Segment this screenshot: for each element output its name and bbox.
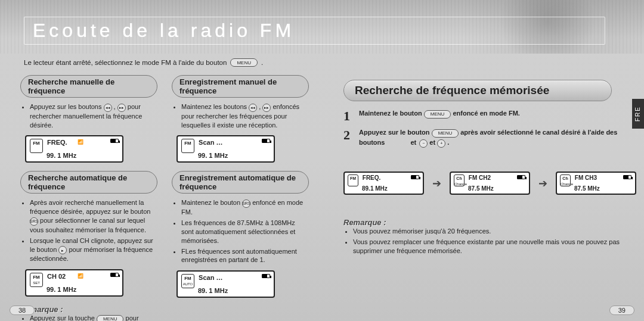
lcd-arrow-row: FM FREQ. 89.1 MHz ➔ ChChange FM CH2 87.5…	[343, 172, 636, 195]
lcd-scan-auto-display: FMAUTO Scan … 89. 1 MHz	[177, 270, 275, 298]
fm-chip: FM	[181, 139, 194, 153]
heading-recherche-manuelle: Recherche manuelle de fréquence	[20, 75, 157, 98]
arrow-right-icon: ➔	[538, 177, 547, 190]
menu-button-icon: MENU	[424, 110, 451, 119]
text: Appuyez sur les boutons	[30, 103, 101, 110]
battery-icon	[262, 274, 270, 278]
lcd-line1: CH 02	[47, 273, 66, 280]
next-icon: ▸▸	[117, 104, 126, 112]
bullet: Les fréquences de 87.5MHz à 108MHz sont …	[181, 219, 309, 245]
lcd-line2: 99. 1 MHz	[47, 286, 117, 293]
lcd-mem-3: ChChange FM CH3 87.5 MHz	[556, 172, 636, 195]
intro-text-after: .	[261, 59, 263, 66]
text: et	[410, 138, 416, 148]
fm-chip: ChChange	[560, 174, 571, 186]
lcd-mem-1: FM FREQ. 89.1 MHz	[343, 172, 424, 195]
antenna-icon: 📶	[78, 139, 83, 145]
srs-icon: SRS	[242, 200, 250, 208]
battery-icon	[110, 139, 119, 143]
bullet: Après avoir recherché manuellement la fr…	[30, 198, 157, 234]
lcd-line2: 99. 1 MHz	[198, 152, 269, 159]
step-number: 1	[343, 108, 354, 124]
text: ,	[114, 103, 116, 110]
text: ,	[259, 103, 261, 110]
text: Maintenez le bouton	[181, 199, 240, 206]
language-side-tab: FRE	[632, 99, 644, 129]
lcd-mem-2: ChChange FM CH2 87.5 MHz	[450, 172, 530, 195]
lcd-line1: Scan …	[199, 139, 222, 146]
lcd-line2: 87.5 MHz	[574, 185, 631, 192]
heading-enreg-auto: Enregistrement automatique de fréquence	[172, 171, 309, 194]
page-number-right: 39	[609, 306, 634, 315]
text: et	[429, 139, 435, 146]
plus-icon: +	[437, 139, 445, 148]
text: .	[447, 139, 449, 146]
remarque-label: Remarque :	[20, 305, 157, 314]
text: pour sélectionner le canal sur lequel vo…	[30, 217, 146, 233]
lcd-scan-display: FM Scan … 99. 1 MHz	[177, 135, 275, 163]
heading-enreg-manuel: Enregistrement manuel de fréquence	[172, 75, 309, 98]
battery-icon	[411, 175, 419, 179]
column-manual-search: Recherche manuelle de fréquence Appuyez …	[20, 75, 157, 321]
minus-icon: −	[419, 139, 428, 148]
fm-chip: ChChange	[454, 174, 465, 186]
lcd-line1: FM CH2	[469, 174, 491, 181]
menu-button-icon: MENU	[432, 129, 459, 138]
lcd-line2: 89. 1 MHz	[198, 287, 269, 294]
lcd-line1: FREQ.	[363, 174, 381, 181]
menu-button-icon: MENU	[230, 58, 258, 67]
text: Appuyez sur le bouton	[359, 129, 430, 136]
bullet: FLes fréquences sont automatiquement enr…	[181, 247, 309, 265]
bullet: Appuyez sur les boutons ◂◂ , ▸▸ pour rec…	[30, 102, 157, 129]
arrow-right-icon: ➔	[432, 177, 441, 190]
lcd-line1: FM CH3	[575, 174, 597, 181]
battery-icon	[517, 175, 525, 179]
lcd-line2: 89.1 MHz	[362, 185, 419, 192]
text: Maintenez le bouton	[359, 110, 422, 117]
heading-recherche-memorisee: Recherche de fréquence mémorisée	[343, 80, 612, 101]
prev-icon: ◂◂	[104, 104, 112, 112]
fm-chip: FMSET	[30, 273, 43, 287]
bullet: Lorsque le canal CH clignote, appuyez su…	[30, 236, 157, 263]
heading-recherche-auto: Recherche automatique de fréquence	[20, 171, 157, 194]
lcd-line1: FREQ.	[47, 139, 67, 146]
antenna-icon: 📶	[78, 273, 83, 279]
fm-chip: FMAUTO	[181, 274, 194, 288]
intro-text: Le lecteur étant arrêté, sélectionnez le…	[24, 59, 227, 66]
lcd-line2: 87.5 MHz	[468, 185, 525, 192]
next-icon: ▸▸	[262, 104, 271, 112]
bullet: Appuyez sur la touche MENU pour quitter …	[30, 314, 157, 321]
intro-line: Le lecteur étant arrêté, sélectionnez le…	[24, 58, 263, 67]
bullet: Vous pouvez remplacer une fréquence exis…	[353, 238, 624, 255]
fm-chip: FM	[348, 174, 358, 186]
text: Appuyez sur la touche	[30, 314, 95, 321]
page-number-left: 38	[10, 306, 35, 315]
page-title: Ecoute de la radio FM	[24, 17, 605, 45]
step-2: 2 Appuyez sur le bouton MENU après avoir…	[343, 127, 618, 148]
battery-icon	[262, 139, 270, 143]
step-number: 2	[343, 127, 354, 143]
text: enfoncé en mode FM.	[453, 110, 519, 117]
steps-block: 1 Maintenez le bouton MENU enfoncé en mo…	[343, 108, 618, 151]
prev-icon: ◂◂	[249, 104, 257, 112]
lcd-line1: Scan …	[199, 274, 222, 281]
text: Après avoir recherché manuellement la fr…	[30, 199, 150, 215]
battery-icon	[110, 273, 119, 277]
srs-icon: SRS	[30, 217, 38, 226]
bullet: Vous pouvez mémoriser jusqu'à 20 fréquen…	[353, 227, 624, 236]
menu-button-icon: MENU	[97, 315, 124, 321]
remarque-right: Remarque : Vous pouvez mémoriser jusqu'à…	[343, 214, 624, 257]
step-1: 1 Maintenez le bouton MENU enfoncé en mo…	[343, 108, 618, 124]
text: Maintenez les boutons	[181, 103, 247, 110]
column-recording: Enregistrement manuel de fréquence Maint…	[172, 75, 309, 306]
bullet: Maintenez le bouton SRS enfoncé en mode …	[181, 198, 309, 217]
play-icon: ▸	[58, 246, 67, 254]
remarque-label: Remarque :	[343, 218, 624, 227]
lcd-line2: 99. 1 MHz	[47, 152, 117, 159]
bullet: Maintenez les boutons ◂◂ , ▸▸ enfoncés p…	[181, 102, 309, 129]
fm-chip: FM	[30, 139, 43, 153]
lcd-ch-display: FMSET CH 02 📶 99. 1 MHz	[25, 269, 123, 297]
battery-icon	[623, 175, 631, 179]
lcd-freq-display: FM FREQ. 📶 99. 1 MHz	[25, 135, 123, 163]
